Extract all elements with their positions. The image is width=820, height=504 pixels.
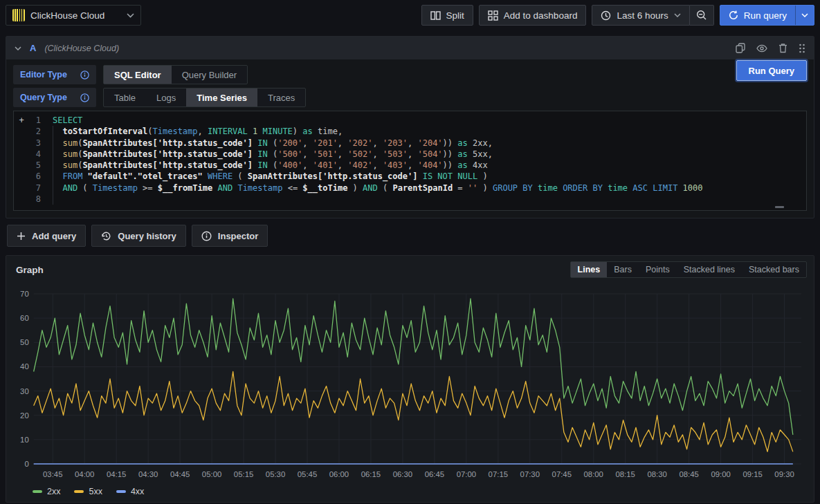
split-label: Split xyxy=(446,10,464,21)
editor-gutter: 2 xyxy=(14,126,51,137)
x-tick-label: 06:30 xyxy=(393,470,412,478)
query-history-button[interactable]: Query history xyxy=(91,225,186,247)
sql-code-editor[interactable]: +1SELECT2 toStartOfInterval(Timestamp, I… xyxy=(13,111,807,211)
code-line-8: 8 xyxy=(14,194,806,205)
code-content: sum(SpanAttributes['http.status_code'] I… xyxy=(51,149,493,160)
editor-type-toggle: SQL EditorQuery Builder xyxy=(103,65,248,84)
y-tick-label: 70 xyxy=(20,290,29,298)
graph-style-toggle: LinesBarsPointsStacked linesStacked bars xyxy=(570,261,807,278)
split-button[interactable]: Split xyxy=(421,5,473,26)
x-tick-label: 06:45 xyxy=(425,470,444,478)
run-query-caret[interactable] xyxy=(795,6,814,25)
x-tick-label: 06:00 xyxy=(329,470,349,478)
graph-style-option-lines[interactable]: Lines xyxy=(571,262,608,277)
gutter-plus-icon xyxy=(14,138,29,149)
legend-label-2xx: 2xx xyxy=(47,487,60,496)
query-type-label: Query Type xyxy=(20,93,67,102)
editor-type-chip: Editor Type xyxy=(13,65,96,84)
x-tick-label: 04:00 xyxy=(75,470,94,478)
clickhouse-logo-icon xyxy=(12,9,25,21)
code-content: sum(SpanAttributes['http.status_code'] I… xyxy=(51,138,493,149)
line-number: 1 xyxy=(29,115,51,126)
x-tick-label: 07:30 xyxy=(520,470,540,478)
query-row-header[interactable]: A (ClickHouse Cloud) xyxy=(6,37,814,59)
info-circle-icon xyxy=(201,231,212,241)
legend-item-4xx[interactable]: 4xx xyxy=(116,487,144,496)
delete-query-button[interactable] xyxy=(778,43,787,53)
inspector-button[interactable]: Inspector xyxy=(192,225,268,247)
gutter-plus-icon xyxy=(14,126,29,137)
run-query-split-button[interactable]: Run query xyxy=(720,5,814,26)
eye-icon xyxy=(756,44,767,53)
zoom-out-button[interactable] xyxy=(690,5,714,26)
run-query-main[interactable]: Run query xyxy=(720,6,795,25)
collapse-chevron-icon[interactable] xyxy=(15,46,21,50)
graph-style-option-bars[interactable]: Bars xyxy=(607,262,639,277)
query-type-option-table[interactable]: Table xyxy=(104,88,146,106)
gutter-plus-icon xyxy=(14,149,29,160)
chart-legend: 2xx5xx4xx xyxy=(13,487,807,496)
query-type-option-logs[interactable]: Logs xyxy=(146,88,186,106)
line-number: 6 xyxy=(29,171,51,182)
editor-gutter: 4 xyxy=(14,149,51,160)
code-line-7: 7 AND ( Timestamp >= $__fromTime AND Tim… xyxy=(14,183,806,194)
zoom-out-icon xyxy=(696,10,707,21)
graph-style-option-points[interactable]: Points xyxy=(639,262,677,277)
legend-swatch-2xx xyxy=(33,490,42,493)
explore-actions-row: Add query Query history Inspector xyxy=(7,225,814,247)
apps-grid-icon xyxy=(488,10,498,21)
code-content: sum(SpanAttributes['http.status_code'] I… xyxy=(51,160,488,171)
query-type-option-traces[interactable]: Traces xyxy=(257,88,305,106)
drag-query-button[interactable] xyxy=(799,44,805,53)
legend-label-4xx: 4xx xyxy=(131,487,144,496)
gutter-plus-icon: + xyxy=(14,115,29,126)
editor-type-row: Editor Type SQL EditorQuery Builder Run … xyxy=(13,65,807,84)
refresh-icon xyxy=(729,10,738,20)
add-to-dashboard-button[interactable]: Add to dashboard xyxy=(479,5,587,26)
code-content xyxy=(51,194,53,205)
x-tick-label: 03:45 xyxy=(43,470,62,478)
editor-type-option-sql-editor[interactable]: SQL Editor xyxy=(104,66,172,84)
query-row-card: A (ClickHouse Cloud) xyxy=(6,36,814,218)
datasource-picker[interactable]: ClickHouse Cloud xyxy=(6,5,141,26)
graph-style-option-stacked-bars[interactable]: Stacked bars xyxy=(742,262,806,277)
query-type-row: Query Type TableLogsTime SeriesTraces xyxy=(13,88,807,107)
x-tick-label: 05:15 xyxy=(234,470,253,478)
graph-panel: Graph LinesBarsPointsStacked linesStacke… xyxy=(6,255,814,503)
x-tick-label: 04:45 xyxy=(170,470,190,478)
query-type-toggle: TableLogsTime SeriesTraces xyxy=(103,88,306,107)
editor-type-option-query-builder[interactable]: Query Builder xyxy=(172,66,247,84)
query-type-option-time-series[interactable]: Time Series xyxy=(186,88,257,106)
add-query-button[interactable]: Add query xyxy=(7,225,86,247)
time-controls: Last 6 hours xyxy=(592,5,713,26)
split-icon xyxy=(430,11,441,20)
legend-item-2xx[interactable]: 2xx xyxy=(33,487,60,496)
legend-item-5xx[interactable]: 5xx xyxy=(74,487,102,496)
time-range-picker[interactable]: Last 6 hours xyxy=(592,5,689,26)
code-line-2: 2 toStartOfInterval(Timestamp, INTERVAL … xyxy=(14,126,806,137)
x-tick-label: 07:00 xyxy=(457,470,476,478)
x-tick-label: 05:30 xyxy=(266,470,285,478)
query-ref-id: A xyxy=(30,43,36,53)
legend-swatch-5xx xyxy=(74,490,84,493)
info-icon[interactable] xyxy=(80,93,89,102)
editor-hscrollbar[interactable] xyxy=(775,206,784,208)
run-query-button[interactable]: Run Query xyxy=(736,60,807,81)
chevron-down-icon xyxy=(127,13,134,18)
run-query-label: Run query xyxy=(744,10,787,21)
legend-label-5xx: 5xx xyxy=(89,487,102,496)
time-range-label: Last 6 hours xyxy=(617,10,668,21)
code-content: SELECT xyxy=(51,115,82,126)
editor-gutter: 3 xyxy=(14,138,51,149)
copy-query-button[interactable] xyxy=(736,43,745,53)
top-toolbar: ClickHouse Cloud Split Add to dashboard xyxy=(0,0,820,30)
hide-query-button[interactable] xyxy=(756,44,767,53)
code-line-3: 3 sum(SpanAttributes['http.status_code']… xyxy=(14,138,806,149)
x-tick-label: 08:30 xyxy=(647,470,666,478)
x-tick-label: 07:45 xyxy=(552,470,572,478)
x-tick-label: 07:15 xyxy=(489,470,508,478)
plus-icon xyxy=(17,232,26,241)
graph-style-option-stacked-lines[interactable]: Stacked lines xyxy=(677,262,742,277)
info-icon[interactable] xyxy=(80,71,89,80)
timeseries-chart-canvas[interactable]: 03:4504:0004:1504:3004:4505:0005:1505:30… xyxy=(13,281,807,486)
